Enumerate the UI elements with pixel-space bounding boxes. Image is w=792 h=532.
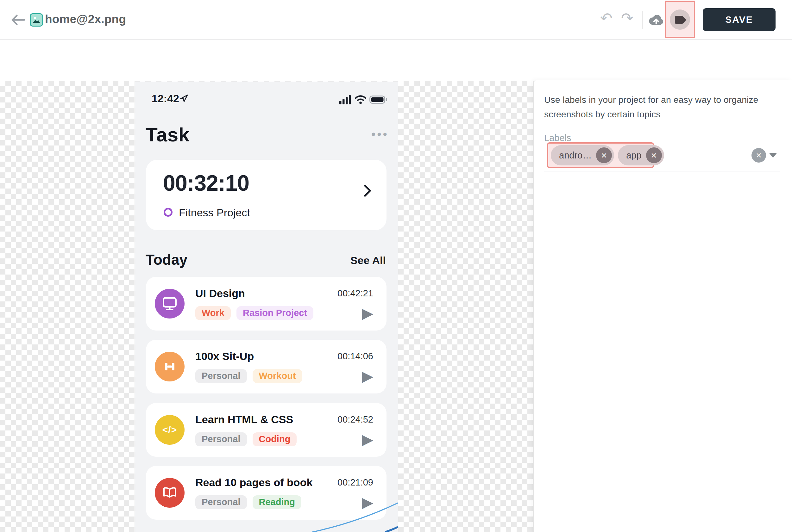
project-status-circle-icon [164,208,172,217]
location-arrow-icon [180,94,188,102]
tag-workout: Workout [253,369,302,383]
cloud-upload-icon [648,13,665,26]
label-chip[interactable]: andro… × [551,145,614,166]
chevron-right-icon[interactable] [363,184,372,198]
task-time: 00:24:52 [337,414,373,425]
active-timer-card[interactable]: 00:32:10 Fitness Project [146,160,387,230]
back-button[interactable] [11,14,25,26]
upload-button[interactable] [648,13,665,26]
timer-value: 00:32:10 [163,170,249,196]
dumbbell-icon [155,352,185,381]
task-name: 100x Sit-Up [195,350,254,362]
labels-description: Use labels in your project for an easy w… [544,92,775,121]
redo-icon[interactable]: ↷ [621,11,633,25]
tag-reading: Reading [253,495,301,509]
status-bar-time: 12:42 [152,92,179,105]
filter-toolbar: Filter files: impact.xml ▾ × STRINGS 0 C… [0,40,792,81]
more-menu-icon[interactable]: ••• [371,128,389,141]
label-button[interactable] [670,10,690,30]
task-time: 00:42:21 [337,288,373,299]
signal-strength-icon [339,95,351,104]
tag-coding: Coding [253,432,297,446]
header-bar: home@2x.png ↶ ↷ SAVE [0,0,792,40]
task-name: Learn HTML & CSS [195,413,293,426]
task-time: 00:14:06 [337,351,373,362]
app-screen-title: Task [146,124,190,146]
wifi-icon [355,95,366,104]
label-chips-highlight-box: andro… × app × [547,142,654,168]
battery-icon [369,95,388,104]
tag-personal: Personal [195,432,247,446]
label-chip-text: andro… [559,150,592,161]
task-card[interactable]: UI Design 00:42:21 Work Rasion Project ▶ [146,277,387,330]
labels-panel: Use labels in your project for an easy w… [533,80,792,532]
arrow-left-icon [11,14,25,26]
task-name: Read 10 pages of book [195,476,312,489]
label-chip[interactable]: app × [618,145,664,166]
task-time: 00:21:09 [337,477,373,488]
book-icon [155,478,185,508]
tag-icon [674,15,686,25]
labels-input-underline [544,171,780,171]
labels-field-caption: Labels [544,133,571,143]
play-icon[interactable]: ▶ [362,369,373,383]
task-card[interactable]: </> Learn HTML & CSS 00:24:52 Personal C… [146,403,387,457]
tag-rasion-project: Rasion Project [237,306,313,320]
label-chip-text: app [626,150,641,161]
page-title: home@2x.png [45,13,126,26]
header-divider [642,11,643,29]
labels-dropdown-caret-icon[interactable] [769,153,777,158]
tag-personal: Personal [195,495,247,509]
clear-all-labels-icon[interactable]: × [752,148,766,163]
task-card[interactable]: 100x Sit-Up 00:14:06 Personal Workout ▶ [146,340,387,394]
monitor-icon [155,289,185,319]
remove-chip-icon[interactable]: × [596,147,612,163]
tag-work: Work [195,306,231,320]
image-file-icon [30,13,43,26]
remove-chip-icon[interactable]: × [646,147,662,163]
screenshot-image: 12:42 Task ••• 00:32:10 Fitness Project … [135,82,398,532]
task-name: UI Design [195,287,245,300]
code-icon: </> [155,415,185,445]
tag-personal: Personal [195,369,247,383]
wave-decoration [306,498,398,532]
save-button[interactable]: SAVE [703,8,776,31]
play-icon[interactable]: ▶ [362,432,373,446]
see-all-link[interactable]: See All [350,254,386,267]
undo-icon[interactable]: ↶ [600,11,612,25]
today-heading: Today [146,251,187,268]
timer-project-name: Fitness Project [179,207,250,219]
play-icon[interactable]: ▶ [362,306,373,320]
